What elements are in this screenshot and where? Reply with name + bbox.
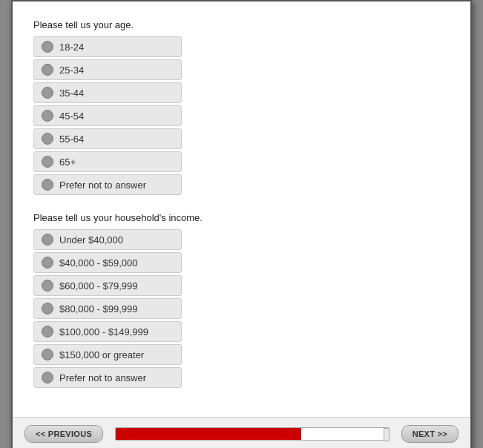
age-option-6[interactable]: Prefer not to answer [33,174,182,195]
radio-label: 25-34 [59,65,84,76]
income-option-5[interactable]: $150,000 or greater [33,344,182,365]
radio-circle [42,41,53,53]
radio-label: Under $40,000 [59,234,123,246]
radio-label: Prefer not to answer [59,372,146,383]
age-option-5[interactable]: 65+ [33,151,182,172]
radio-label: $80,000 - $99,999 [59,303,138,314]
survey-window: Please tell us your age. 18-2425-3435-44… [11,0,472,448]
age-option-1[interactable]: 25-34 [33,59,182,80]
age-option-0[interactable]: 18-24 [33,36,182,57]
radio-label: 18-24 [59,42,84,53]
progress-bar-fill [116,428,301,440]
radio-label: $150,000 or greater [59,349,144,360]
progress-bar-marker [384,428,390,441]
income-option-3[interactable]: $80,000 - $99,999 [33,298,182,319]
radio-circle [42,87,53,99]
radio-circle [42,349,53,360]
radio-label: Prefer not to answer [59,179,146,191]
income-option-6[interactable]: Prefer not to answer [33,367,182,388]
income-option-4[interactable]: $100,000 - $149,999 [33,321,182,342]
progress-bar-container [115,427,390,441]
radio-circle [42,372,53,383]
radio-label: 35-44 [59,88,84,99]
income-option-0[interactable]: Under $40,000 [33,229,182,250]
radio-circle [42,110,53,122]
content-area: Please tell us your age. 18-2425-3435-44… [13,1,470,417]
radio-label: 55-64 [59,134,84,145]
next-button[interactable]: NEXT >> [401,425,459,443]
radio-label: $60,000 - $79,999 [59,280,138,291]
footer: << PREVIOUS NEXT >> [13,417,470,448]
income-option-1[interactable]: $40,000 - $59,000 [33,252,182,273]
radio-circle [42,280,53,291]
prev-button[interactable]: << PREVIOUS [24,425,103,443]
radio-circle [42,64,53,76]
income-option-2[interactable]: $60,000 - $79,999 [33,275,182,296]
age-option-4[interactable]: 55-64 [33,128,182,149]
radio-circle [42,234,53,246]
radio-label: 45-54 [59,111,84,122]
age-radio-group: 18-2425-3435-4445-5455-6465+Prefer not t… [33,36,450,197]
radio-label: $40,000 - $59,000 [59,257,138,269]
radio-circle [42,326,53,337]
radio-label: $100,000 - $149,999 [59,326,148,337]
radio-label: 65+ [59,157,76,168]
age-option-2[interactable]: 35-44 [33,82,182,103]
income-question-label: Please tell us your household's income. [33,212,450,223]
radio-circle [42,133,53,145]
age-question-label: Please tell us your age. [33,19,450,30]
radio-circle [42,179,53,191]
radio-circle [42,303,53,314]
radio-circle [42,257,53,269]
age-option-3[interactable]: 45-54 [33,105,182,126]
income-radio-group: Under $40,000$40,000 - $59,000$60,000 - … [33,229,450,390]
radio-circle [42,156,53,168]
